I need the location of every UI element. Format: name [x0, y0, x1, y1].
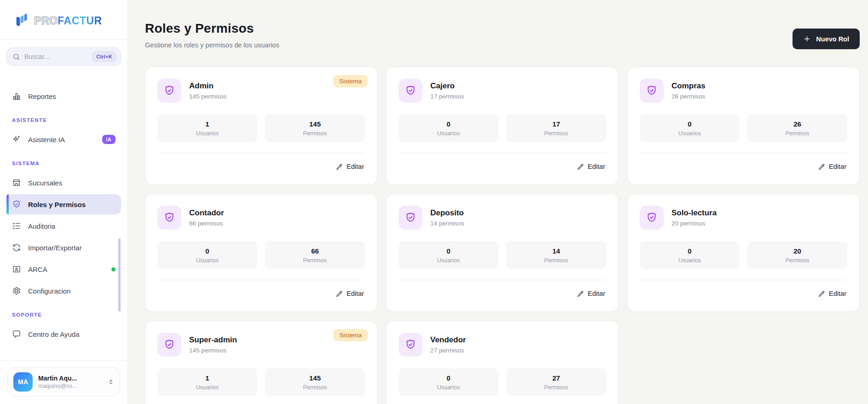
sidebar-nav: Reportes ASISTENTE Asistente IA IA SISTE… [0, 66, 127, 360]
section-header-sistema: SISTEMA [12, 161, 121, 166]
role-meta: Solo-lectura 20 permisos [671, 208, 717, 227]
role-stats: 1 Usuarios 145 Permisos [157, 368, 365, 396]
sidebar-item-label: Reportes [28, 92, 56, 100]
role-shield-icon [157, 79, 181, 103]
sidebar-user-section: MA Martin Aqu... maquino@co... [0, 360, 127, 404]
users-stat: 0 Usuarios [640, 241, 740, 269]
help-icon [12, 329, 21, 339]
plus-icon [803, 35, 811, 43]
permissions-label: Permisos [506, 130, 606, 137]
page-subtitle: Gestione los roles y permisos de los usu… [145, 41, 279, 49]
sidebar-item-reportes[interactable]: Reportes [6, 86, 121, 106]
chevron-up-down-icon [108, 378, 114, 386]
role-meta: Vendedor 27 permisos [430, 335, 466, 354]
search-box[interactable]: Ctrl+K [6, 47, 121, 66]
permissions-value: 26 [747, 120, 847, 128]
role-meta: Contador 66 permisos [189, 208, 224, 227]
users-value: 0 [399, 120, 498, 128]
role-permission-count: 20 permisos [671, 220, 717, 227]
avatar: MA [13, 372, 33, 392]
sidebar-item-roles-permisos[interactable]: Roles y Permisos [6, 194, 121, 214]
role-shield-icon [399, 333, 422, 357]
pencil-icon [818, 163, 825, 170]
permissions-value: 145 [265, 374, 365, 382]
checklist-icon [12, 221, 21, 231]
permissions-value: 27 [506, 374, 606, 382]
pencil-icon [336, 163, 343, 170]
users-value: 1 [157, 120, 257, 128]
permissions-label: Permisos [747, 130, 847, 137]
role-stats: 0 Usuarios 14 Permisos [399, 241, 606, 269]
sidebar-item-configuracion[interactable]: Configuracion [6, 281, 121, 301]
edit-button[interactable]: Editar [576, 160, 606, 173]
role-shield-icon [157, 206, 181, 230]
sidebar-item-arca[interactable]: ARCA [6, 259, 121, 279]
users-value: 0 [640, 247, 740, 255]
ia-badge: IA [102, 135, 116, 144]
edit-button[interactable]: Editar [335, 160, 365, 173]
permissions-label: Permisos [265, 384, 365, 391]
users-value: 0 [399, 247, 498, 255]
sidebar-item-asistente-ia[interactable]: Asistente IA IA [6, 129, 121, 150]
edit-button-label: Editar [829, 163, 846, 170]
permissions-stat: 27 Permisos [506, 368, 606, 396]
permissions-stat: 66 Permisos [265, 241, 365, 269]
role-card-compras: Compras 26 permisos 0 Usuarios 26 Permis… [627, 67, 860, 185]
page-title: Roles y Permisos [145, 21, 279, 36]
card-footer: Editar [640, 287, 847, 300]
edit-button[interactable]: Editar [576, 287, 606, 300]
permissions-stat: 26 Permisos [747, 114, 847, 142]
role-name: Vendedor [430, 335, 466, 345]
edit-button-label: Editar [588, 163, 605, 170]
search-icon [12, 53, 20, 61]
edit-button[interactable]: Editar [817, 287, 847, 300]
role-permission-count: 145 permisos [189, 347, 237, 354]
brand-logo-icon [14, 12, 31, 29]
role-card-head: Compras 26 permisos [640, 79, 847, 103]
users-value: 0 [399, 374, 498, 382]
search-input[interactable] [24, 53, 88, 60]
sidebar-item-label: Asistente IA [28, 136, 65, 144]
role-card-contador: Contador 66 permisos 0 Usuarios 66 Permi… [145, 194, 377, 312]
card-divider [640, 280, 847, 280]
users-value: 0 [157, 247, 257, 255]
store-icon [12, 178, 21, 187]
role-stats: 1 Usuarios 145 Permisos [157, 114, 365, 142]
sidebar-item-auditoria[interactable]: Auditoria [6, 216, 121, 236]
role-stats: 0 Usuarios 17 Permisos [399, 114, 606, 142]
shield-check-icon [12, 200, 21, 209]
edit-button-label: Editar [829, 290, 846, 297]
pencil-icon [818, 290, 825, 297]
role-name: Contador [189, 208, 224, 218]
users-label: Usuarios [399, 384, 498, 391]
role-stats: 0 Usuarios 27 Permisos [399, 368, 606, 396]
sidebar-item-centro-ayuda[interactable]: Centro de Ayuda [6, 324, 121, 344]
system-badge: Sistema [333, 329, 368, 341]
pencil-icon [577, 290, 584, 297]
sync-icon [12, 243, 21, 252]
edit-button[interactable]: Editar [817, 160, 847, 173]
users-stat: 0 Usuarios [640, 114, 740, 142]
role-name: Admin [189, 81, 226, 91]
role-card-head: Cajero 17 permisos [399, 79, 606, 103]
id-card-icon [12, 265, 21, 274]
roles-grid: Sistema Admin 145 permisos 1 Usuarios 14… [145, 67, 860, 404]
users-label: Usuarios [157, 384, 257, 391]
edit-button[interactable]: Editar [335, 287, 365, 300]
sidebar-item-label: Configuracion [28, 287, 71, 295]
user-meta: Martin Aqu... maquino@co... [38, 375, 102, 389]
users-label: Usuarios [640, 130, 740, 137]
bar-chart-icon [12, 92, 21, 101]
edit-button-label: Editar [588, 290, 605, 297]
sidebar-item-importar-exportar[interactable]: Importar/Exportar [6, 237, 121, 258]
new-role-button[interactable]: Nuevo Rol [793, 29, 860, 49]
role-shield-icon [640, 79, 664, 103]
page-header: Roles y Permisos Gestione los roles y pe… [145, 21, 860, 49]
sidebar-scrollbar-thumb[interactable] [118, 238, 121, 312]
user-menu-button[interactable]: MA Martin Aqu... maquino@co... [7, 367, 120, 397]
card-footer: Editar [399, 160, 606, 173]
role-name: Compras [671, 81, 706, 91]
sidebar-item-sucursales[interactable]: Sucursales [6, 173, 121, 193]
card-footer: Editar [399, 287, 606, 300]
permissions-label: Permisos [265, 130, 365, 137]
